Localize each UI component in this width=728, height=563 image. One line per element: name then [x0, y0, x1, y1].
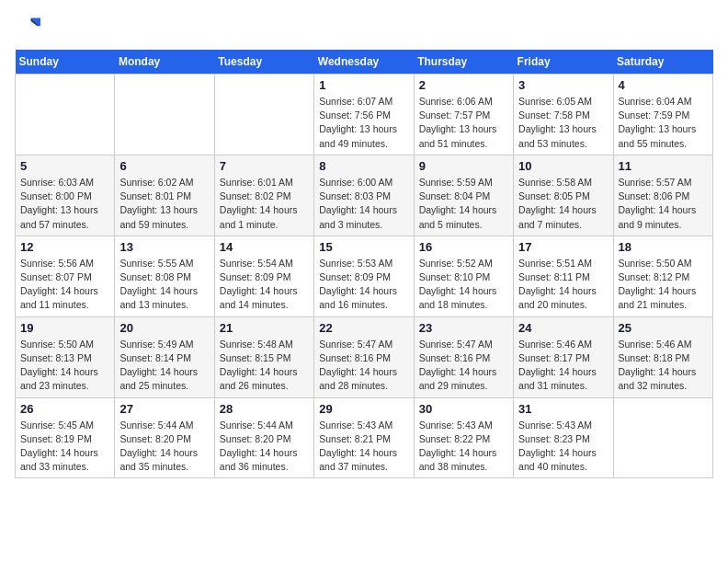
- day-number: 31: [518, 402, 608, 416]
- calendar-cell: 4Sunrise: 6:04 AM Sunset: 7:59 PM Daylig…: [613, 75, 712, 155]
- day-number: 30: [419, 402, 508, 416]
- day-info: Sunrise: 6:05 AM Sunset: 7:58 PM Dayligh…: [518, 95, 608, 151]
- calendar-cell: 27Sunrise: 5:44 AM Sunset: 8:20 PM Dayli…: [115, 397, 214, 478]
- day-info: Sunrise: 5:47 AM Sunset: 8:16 PM Dayligh…: [319, 338, 408, 394]
- day-number: 6: [119, 159, 209, 173]
- day-info: Sunrise: 6:00 AM Sunset: 8:03 PM Dayligh…: [319, 176, 408, 232]
- calendar-cell: 7Sunrise: 6:01 AM Sunset: 8:02 PM Daylig…: [214, 155, 313, 236]
- calendar-cell: 22Sunrise: 5:47 AM Sunset: 8:16 PM Dayli…: [314, 316, 414, 397]
- week-row-5: 26Sunrise: 5:45 AM Sunset: 8:19 PM Dayli…: [16, 397, 713, 478]
- day-header-monday: Monday: [115, 50, 214, 75]
- day-number: 27: [119, 402, 209, 416]
- calendar-cell: 1Sunrise: 6:07 AM Sunset: 7:56 PM Daylig…: [314, 75, 414, 155]
- day-info: Sunrise: 5:56 AM Sunset: 8:07 PM Dayligh…: [20, 257, 109, 313]
- calendar-cell: 11Sunrise: 5:57 AM Sunset: 8:06 PM Dayli…: [613, 155, 712, 236]
- day-info: Sunrise: 5:55 AM Sunset: 8:08 PM Dayligh…: [119, 257, 209, 313]
- day-number: 19: [20, 321, 109, 335]
- calendar-cell: 28Sunrise: 5:44 AM Sunset: 8:20 PM Dayli…: [214, 397, 313, 478]
- day-number: 18: [619, 240, 708, 254]
- day-info: Sunrise: 5:44 AM Sunset: 8:20 PM Dayligh…: [220, 419, 309, 475]
- day-header-wednesday: Wednesday: [314, 50, 414, 75]
- day-number: 22: [319, 321, 408, 335]
- calendar-cell: 23Sunrise: 5:47 AM Sunset: 8:16 PM Dayli…: [414, 316, 513, 397]
- day-info: Sunrise: 6:02 AM Sunset: 8:01 PM Dayligh…: [119, 176, 209, 232]
- week-row-3: 12Sunrise: 5:56 AM Sunset: 8:07 PM Dayli…: [16, 236, 713, 316]
- logo-icon: [15, 15, 40, 40]
- calendar-cell: 20Sunrise: 5:49 AM Sunset: 8:14 PM Dayli…: [115, 316, 214, 397]
- calendar-cell: 25Sunrise: 5:46 AM Sunset: 8:18 PM Dayli…: [613, 316, 712, 397]
- calendar-cell: 17Sunrise: 5:51 AM Sunset: 8:11 PM Dayli…: [514, 236, 613, 316]
- day-number: 13: [119, 240, 209, 254]
- day-info: Sunrise: 5:49 AM Sunset: 8:14 PM Dayligh…: [119, 338, 209, 394]
- day-info: Sunrise: 5:43 AM Sunset: 8:21 PM Dayligh…: [319, 419, 408, 475]
- day-info: Sunrise: 5:48 AM Sunset: 8:15 PM Dayligh…: [220, 338, 309, 394]
- day-info: Sunrise: 6:06 AM Sunset: 7:57 PM Dayligh…: [419, 95, 508, 151]
- day-number: 4: [619, 78, 708, 92]
- calendar-cell: 16Sunrise: 5:52 AM Sunset: 8:10 PM Dayli…: [414, 236, 513, 316]
- day-header-sunday: Sunday: [16, 50, 115, 75]
- day-number: 15: [319, 240, 408, 254]
- day-number: 23: [419, 321, 508, 335]
- day-number: 11: [619, 159, 708, 173]
- week-row-4: 19Sunrise: 5:50 AM Sunset: 8:13 PM Dayli…: [16, 316, 713, 397]
- calendar-cell: 3Sunrise: 6:05 AM Sunset: 7:58 PM Daylig…: [514, 75, 613, 155]
- day-info: Sunrise: 5:52 AM Sunset: 8:10 PM Dayligh…: [419, 257, 508, 313]
- calendar-cell: 5Sunrise: 6:03 AM Sunset: 8:00 PM Daylig…: [16, 155, 115, 236]
- calendar-cell: 19Sunrise: 5:50 AM Sunset: 8:13 PM Dayli…: [16, 316, 115, 397]
- calendar-cell: 13Sunrise: 5:55 AM Sunset: 8:08 PM Dayli…: [115, 236, 214, 316]
- calendar-cell: [16, 75, 115, 155]
- calendar-cell: 8Sunrise: 6:00 AM Sunset: 8:03 PM Daylig…: [314, 155, 414, 236]
- day-number: 2: [419, 78, 508, 92]
- logo: [15, 15, 44, 40]
- calendar-cell: 18Sunrise: 5:50 AM Sunset: 8:12 PM Dayli…: [613, 236, 712, 316]
- calendar-cell: 15Sunrise: 5:53 AM Sunset: 8:09 PM Dayli…: [314, 236, 414, 316]
- day-info: Sunrise: 5:57 AM Sunset: 8:06 PM Dayligh…: [619, 176, 708, 232]
- calendar-cell: 14Sunrise: 5:54 AM Sunset: 8:09 PM Dayli…: [214, 236, 313, 316]
- day-header-friday: Friday: [514, 50, 613, 75]
- day-info: Sunrise: 5:58 AM Sunset: 8:05 PM Dayligh…: [518, 176, 608, 232]
- day-number: 3: [518, 78, 608, 92]
- day-info: Sunrise: 5:46 AM Sunset: 8:18 PM Dayligh…: [619, 338, 708, 394]
- day-info: Sunrise: 6:07 AM Sunset: 7:56 PM Dayligh…: [319, 95, 408, 151]
- day-number: 5: [20, 159, 109, 173]
- day-number: 9: [419, 159, 508, 173]
- day-number: 8: [319, 159, 408, 173]
- week-row-1: 1Sunrise: 6:07 AM Sunset: 7:56 PM Daylig…: [16, 75, 713, 155]
- day-info: Sunrise: 5:59 AM Sunset: 8:04 PM Dayligh…: [419, 176, 508, 232]
- day-info: Sunrise: 6:04 AM Sunset: 7:59 PM Dayligh…: [619, 95, 708, 151]
- day-info: Sunrise: 5:43 AM Sunset: 8:22 PM Dayligh…: [419, 419, 508, 475]
- day-header-saturday: Saturday: [613, 50, 712, 75]
- day-number: 24: [518, 321, 608, 335]
- calendar-table: SundayMondayTuesdayWednesdayThursdayFrid…: [15, 50, 713, 478]
- day-info: Sunrise: 5:46 AM Sunset: 8:17 PM Dayligh…: [518, 338, 608, 394]
- day-number: 14: [220, 240, 309, 254]
- calendar-cell: [115, 75, 214, 155]
- day-number: 1: [319, 78, 408, 92]
- day-header-thursday: Thursday: [414, 50, 513, 75]
- days-header-row: SundayMondayTuesdayWednesdayThursdayFrid…: [16, 50, 713, 75]
- day-info: Sunrise: 5:45 AM Sunset: 8:19 PM Dayligh…: [20, 419, 109, 475]
- day-info: Sunrise: 5:54 AM Sunset: 8:09 PM Dayligh…: [220, 257, 309, 313]
- day-info: Sunrise: 5:50 AM Sunset: 8:13 PM Dayligh…: [20, 338, 109, 394]
- day-number: 16: [419, 240, 508, 254]
- calendar-cell: 21Sunrise: 5:48 AM Sunset: 8:15 PM Dayli…: [214, 316, 313, 397]
- day-info: Sunrise: 5:51 AM Sunset: 8:11 PM Dayligh…: [518, 257, 608, 313]
- calendar-cell: 31Sunrise: 5:43 AM Sunset: 8:23 PM Dayli…: [514, 397, 613, 478]
- day-number: 7: [220, 159, 309, 173]
- calendar-cell: 6Sunrise: 6:02 AM Sunset: 8:01 PM Daylig…: [115, 155, 214, 236]
- calendar-cell: 29Sunrise: 5:43 AM Sunset: 8:21 PM Dayli…: [314, 397, 414, 478]
- day-number: 29: [319, 402, 408, 416]
- day-info: Sunrise: 5:43 AM Sunset: 8:23 PM Dayligh…: [518, 419, 608, 475]
- calendar-cell: 30Sunrise: 5:43 AM Sunset: 8:22 PM Dayli…: [414, 397, 513, 478]
- day-info: Sunrise: 5:53 AM Sunset: 8:09 PM Dayligh…: [319, 257, 408, 313]
- day-number: 25: [619, 321, 708, 335]
- calendar-cell: 26Sunrise: 5:45 AM Sunset: 8:19 PM Dayli…: [16, 397, 115, 478]
- day-number: 12: [20, 240, 109, 254]
- calendar-cell: 24Sunrise: 5:46 AM Sunset: 8:17 PM Dayli…: [514, 316, 613, 397]
- day-info: Sunrise: 6:03 AM Sunset: 8:00 PM Dayligh…: [20, 176, 109, 232]
- calendar-cell: 2Sunrise: 6:06 AM Sunset: 7:57 PM Daylig…: [414, 75, 513, 155]
- day-info: Sunrise: 5:50 AM Sunset: 8:12 PM Dayligh…: [619, 257, 708, 313]
- day-number: 21: [220, 321, 309, 335]
- day-number: 26: [20, 402, 109, 416]
- page-header: [15, 15, 713, 40]
